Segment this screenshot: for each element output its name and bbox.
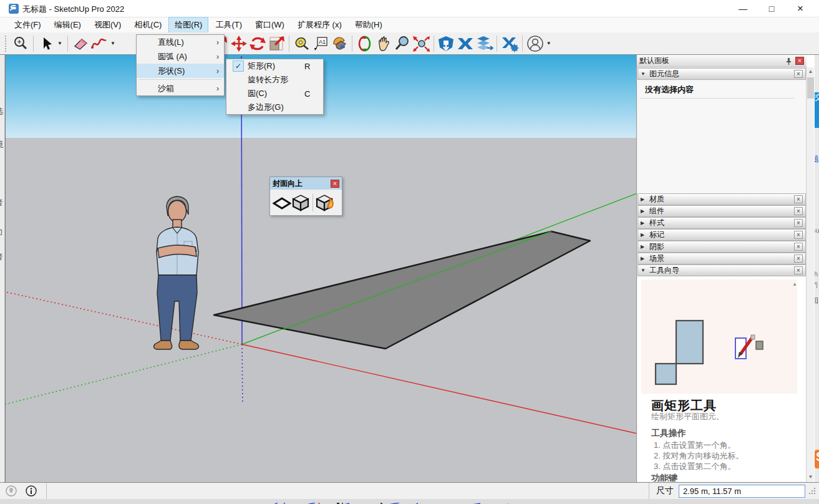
right-sliver-char: th (815, 270, 818, 278)
zoom-tool-icon[interactable] (393, 34, 412, 53)
info-icon[interactable] (25, 485, 40, 497)
resize-grip[interactable] (805, 485, 819, 497)
section-instructor[interactable]: ▼ 工具向导 × (637, 264, 806, 276)
3d-warehouse-icon[interactable] (437, 34, 456, 53)
panel-scrollbar[interactable]: ▲ ▼ (806, 67, 814, 482)
tape-measure-icon[interactable] (293, 34, 311, 53)
checkmark-icon: ✓ (233, 61, 244, 72)
left-sliver-char: 者 (0, 251, 3, 263)
orbit-tool-icon[interactable] (356, 34, 374, 53)
freehand-dropdown-icon[interactable]: ▼ (109, 41, 117, 46)
status-bar: 尺寸 (0, 482, 819, 499)
section-label: 组件 (649, 206, 794, 216)
paint-bucket-icon[interactable] (330, 34, 349, 53)
left-sliver-char: 者 (0, 197, 3, 208)
menu-item-arc[interactable]: 圆弧 (A)› (137, 49, 224, 64)
submenu-item-circle[interactable]: 圆(C) C (226, 87, 323, 100)
section-close[interactable]: × (794, 195, 803, 203)
move-tool-icon[interactable] (230, 34, 248, 53)
cube-flame-icon[interactable] (316, 193, 334, 212)
shortcut-key: C (304, 89, 317, 99)
section-close[interactable]: × (794, 254, 803, 263)
window-title: 无标题 - SketchUp Pro 2022 (22, 4, 124, 15)
section-scenes[interactable]: ▶ 场景 × (637, 253, 806, 264)
default-tray-panel: 默认面板 × ▼ 图元信息 × 没有选择内容 ▶ 材质 × ▶ 组件 × ▶ 样 (636, 55, 806, 482)
menu-extensions[interactable]: 扩展程序 (x) (292, 17, 347, 32)
section-label: 工具向导 (649, 265, 794, 276)
text-label-icon[interactable]: A1 (311, 34, 330, 53)
solid-cube-icon[interactable] (291, 193, 310, 212)
menu-edit[interactable]: 编辑(E) (49, 17, 87, 32)
menu-camera[interactable]: 相机(C) (128, 17, 167, 32)
menu-tools[interactable]: 工具(T) (210, 17, 248, 32)
section-close[interactable]: × (794, 266, 803, 274)
menu-separator (139, 79, 221, 80)
section-label: 材质 (649, 194, 794, 205)
section-tags[interactable]: ▶ 标记 × (637, 229, 806, 241)
pin-icon[interactable] (785, 57, 793, 65)
right-sliver-blue-box: 交 (815, 92, 819, 128)
geolocation-icon[interactable] (5, 485, 20, 497)
menu-file[interactable]: 文件(F) (9, 17, 47, 32)
section-close[interactable]: × (794, 243, 803, 251)
3d-viewport[interactable] (5, 55, 636, 482)
menu-help[interactable]: 帮助(H) (349, 17, 388, 32)
section-label: 阴影 (649, 241, 794, 252)
zoom-window-icon[interactable] (11, 34, 30, 53)
scroll-up-icon[interactable]: ▲ (807, 67, 815, 76)
account-dropdown-icon[interactable]: ▼ (545, 41, 553, 46)
section-close[interactable]: × (794, 231, 803, 239)
menu-item-line[interactable]: 直线(L)› (137, 35, 224, 49)
menu-draw[interactable]: 绘图(R) (169, 17, 208, 32)
dimensions-label: 尺寸 (656, 485, 674, 497)
menu-item-shapes[interactable]: 形状(S)› (137, 64, 224, 78)
submenu-item-rectangle[interactable]: ✓ 矩形(R) R (226, 59, 323, 73)
share-model-icon[interactable] (475, 34, 493, 53)
close-button[interactable]: × (786, 0, 815, 17)
menu-view[interactable]: 视图(V) (89, 17, 127, 32)
instructor-operations-title: 工具操作 (651, 428, 686, 439)
face-diamond-icon[interactable] (273, 193, 291, 212)
scroll-down-icon[interactable]: ▼ (807, 473, 815, 482)
section-styles[interactable]: ▶ 样式 × (637, 217, 806, 229)
scale-tool-icon[interactable] (267, 34, 286, 53)
overlay-close-button[interactable]: × (331, 180, 339, 188)
zoom-extents-icon[interactable] (412, 34, 430, 53)
maximize-button[interactable]: □ (757, 0, 786, 17)
left-sliver-char: 力 (0, 226, 3, 238)
dimensions-input[interactable] (679, 485, 805, 498)
extension-manager-icon[interactable] (500, 34, 519, 53)
section-label: 标记 (649, 230, 794, 240)
pan-tool-icon[interactable] (374, 34, 393, 53)
account-avatar-icon[interactable] (526, 34, 545, 53)
expand-arrow-icon: ▶ (641, 232, 649, 238)
freehand-tool-icon[interactable] (90, 34, 109, 53)
eraser-tool-icon[interactable] (71, 34, 90, 53)
toolbar-drag-handle[interactable] (5, 36, 9, 52)
submenu-item-rotated-rectangle[interactable]: 旋转长方形 (226, 73, 323, 87)
section-label: 场景 (649, 253, 794, 264)
overlay-toolbar-titlebar[interactable]: 封面向上 × (270, 177, 342, 190)
entity-info-header[interactable]: ▼ 图元信息 × (637, 68, 806, 80)
select-dropdown-icon[interactable]: ▼ (56, 41, 64, 46)
extension-warehouse-icon[interactable] (456, 34, 475, 53)
draw-menu-dropdown: 直线(L)› 圆弧 (A)› 形状(S)› 沙箱› (136, 34, 225, 96)
section-label: 样式 (649, 218, 794, 228)
tray-close-button[interactable]: × (795, 57, 804, 65)
select-tool-icon[interactable] (37, 34, 56, 53)
section-materials[interactable]: ▶ 材质 × (637, 193, 806, 205)
menu-window[interactable]: 窗口(W) (250, 17, 290, 32)
section-close[interactable]: × (794, 219, 803, 227)
tray-titlebar[interactable]: 默认面板 × (637, 55, 807, 67)
entity-info-close[interactable]: × (794, 70, 803, 78)
section-close[interactable]: × (794, 207, 803, 215)
rotate-tool-icon[interactable] (248, 34, 267, 53)
faces-up-overlay-toolbar[interactable]: 封面向上 × (269, 177, 342, 216)
menu-item-sandbox[interactable]: 沙箱› (137, 81, 224, 95)
section-shadows[interactable]: ▶ 阴影 × (637, 241, 806, 253)
submenu-item-polygon[interactable]: 多边形(G) (226, 100, 323, 114)
scrollbar-thumb[interactable] (807, 77, 814, 99)
minimize-button[interactable]: — (729, 0, 757, 17)
section-components[interactable]: ▶ 组件 × (637, 205, 806, 217)
expand-arrow-icon: ▶ (641, 256, 649, 261)
